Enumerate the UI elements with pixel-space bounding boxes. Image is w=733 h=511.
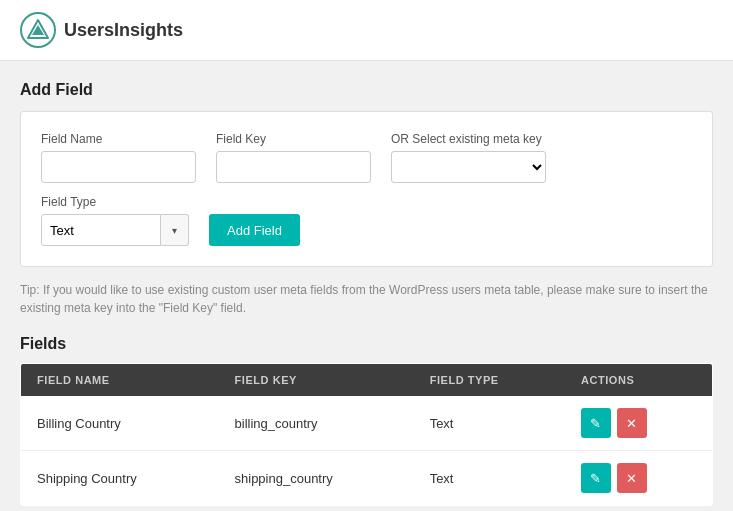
col-actions: Actions — [565, 364, 713, 397]
field-name-label: Field Name — [41, 132, 196, 146]
col-field-type: Field Type — [414, 364, 565, 397]
field-key-group: Field Key — [216, 132, 371, 183]
cell-actions: ✎ ✕ — [565, 451, 713, 506]
fields-section-title: Fields — [20, 335, 713, 353]
table-row: Shipping Country shipping_country Text ✎… — [21, 451, 713, 506]
table-row: Billing Country billing_country Text ✎ ✕ — [21, 396, 713, 451]
fields-table-header: Field Name Field Key Field Type Actions — [21, 364, 713, 397]
edit-button[interactable]: ✎ — [581, 408, 611, 438]
or-select-label: OR Select existing meta key — [391, 132, 546, 146]
tip-text: Tip: If you would like to use existing c… — [20, 281, 713, 317]
main-content: Add Field Field Name Field Key OR Select… — [0, 61, 733, 511]
add-field-title: Add Field — [20, 81, 713, 99]
col-field-name: Field Name — [21, 364, 219, 397]
field-name-input[interactable] — [41, 151, 196, 183]
cell-field-type: Text — [414, 451, 565, 506]
meta-key-select[interactable] — [391, 151, 546, 183]
cell-field-key: shipping_country — [219, 451, 414, 506]
field-type-group: Field Type Text Number Date URL Email ▾ — [41, 195, 189, 246]
actions-cell: ✎ ✕ — [581, 463, 696, 493]
cell-field-name: Shipping Country — [21, 451, 219, 506]
add-field-button[interactable]: Add Field — [209, 214, 300, 246]
cell-field-type: Text — [414, 396, 565, 451]
delete-button[interactable]: ✕ — [617, 408, 647, 438]
fields-table: Field Name Field Key Field Type Actions … — [20, 363, 713, 506]
cell-field-name: Billing Country — [21, 396, 219, 451]
meta-key-group: OR Select existing meta key — [391, 132, 546, 183]
field-type-select[interactable]: Text Number Date URL Email — [41, 214, 161, 246]
field-key-input[interactable] — [216, 151, 371, 183]
add-field-form-row: Field Name Field Key OR Select existing … — [41, 132, 692, 183]
form-row-2: Field Type Text Number Date URL Email ▾ … — [41, 195, 692, 246]
field-type-select-wrapper: Text Number Date URL Email ▾ — [41, 214, 189, 246]
field-type-label: Field Type — [41, 195, 189, 209]
logo-icon — [20, 12, 56, 48]
app-header: UsersInsights — [0, 0, 733, 61]
cell-field-key: billing_country — [219, 396, 414, 451]
cell-actions: ✎ ✕ — [565, 396, 713, 451]
delete-button[interactable]: ✕ — [617, 463, 647, 493]
actions-cell: ✎ ✕ — [581, 408, 696, 438]
field-key-label: Field Key — [216, 132, 371, 146]
col-field-key: Field Key — [219, 364, 414, 397]
fields-table-body: Billing Country billing_country Text ✎ ✕… — [21, 396, 713, 506]
edit-button[interactable]: ✎ — [581, 463, 611, 493]
field-name-group: Field Name — [41, 132, 196, 183]
field-type-arrow-icon: ▾ — [161, 214, 189, 246]
add-field-card: Field Name Field Key OR Select existing … — [20, 111, 713, 267]
app-title: UsersInsights — [64, 20, 183, 41]
